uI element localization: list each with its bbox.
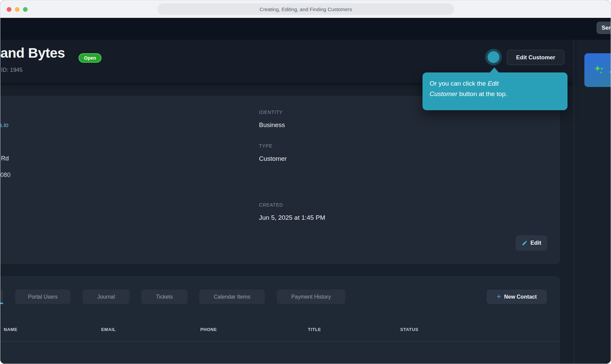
user-avatar[interactable] [485,49,502,65]
tooltip-italic-text: Edit [488,80,499,87]
pencil-icon [522,240,528,246]
sparkles-icon [594,64,605,76]
ai-assistant-button[interactable]: A [584,53,611,87]
edit-button[interactable]: Edit [516,235,547,251]
created-value: Jun 5, 2025 at 1:45 PM [259,214,325,221]
tooltip-text: Or you can click the [430,80,488,87]
customer-name: and Bytes [0,45,65,61]
onboarding-tooltip: Or you can click the Edit Customer butto… [423,72,568,110]
close-window-button[interactable] [7,7,11,12]
type-value: Customer [259,155,287,162]
tab-payment-history[interactable]: Payment History [277,290,345,304]
edit-customer-button[interactable]: Edit Customer [507,50,564,65]
new-contact-button[interactable]: + New Contact [487,290,547,304]
address-text: Rd [1,155,9,162]
new-contact-label: New Contact [504,294,537,300]
customer-name-text: and Bytes [0,45,65,61]
navbar-cutoff-button[interactable]: Ser [597,22,611,34]
table-header-divider [0,341,560,342]
column-header-email: EMAIL [101,327,116,332]
tooltip-arrow-icon [490,67,499,73]
customer-id: ID: 1945 [1,67,23,73]
minimize-window-button[interactable] [15,7,20,12]
contacts-section: Portal Users Journal Tickets Calendar It… [0,276,560,364]
right-rail-divider [574,40,574,364]
tooltip-italic-text: Customer [430,90,457,97]
website-link[interactable]: s.io [0,122,8,129]
edit-button-label: Edit [530,240,541,246]
tab-active-cutoff[interactable] [0,290,3,304]
tooltip-line2: Customer button at the top. [430,89,559,99]
identity-label: IDENTITY [259,110,283,115]
tab-tickets[interactable]: Tickets [141,290,187,304]
app-window: Creating, Editing, and Finding Customers… [0,0,611,364]
column-header-status: STATUS [400,327,418,332]
phone-text: 0080 [0,172,10,179]
tab-calendar-items[interactable]: Calendar Items [199,290,265,304]
type-label: TYPE [259,143,272,149]
column-header-phone: PHONE [200,327,217,332]
traffic-lights [7,7,28,12]
customer-details-card: s.io Rd 0080 IDENTITY Business TYPE Cust… [0,96,560,264]
plus-icon: + [497,293,501,300]
tooltip-line1: Or you can click the Edit [430,78,559,89]
tab-journal[interactable]: Journal [83,290,129,304]
window-title: Creating, Editing, and Finding Customers [157,3,454,15]
identity-value: Business [259,121,285,129]
macos-titlebar: Creating, Editing, and Finding Customers [0,0,611,18]
created-label: CREATED [259,202,283,208]
page: and Bytes Open ID: 1945 Edit Customer Or… [0,40,611,364]
column-header-title: TITLE [308,327,321,332]
column-header-name: NAME [4,327,18,332]
tab-portal-users[interactable]: Portal Users [15,290,70,304]
tooltip-text: button at the top. [457,90,507,97]
zoom-window-button[interactable] [23,7,28,12]
top-navbar: Ser [0,18,611,40]
status-badge: Open [79,53,101,63]
